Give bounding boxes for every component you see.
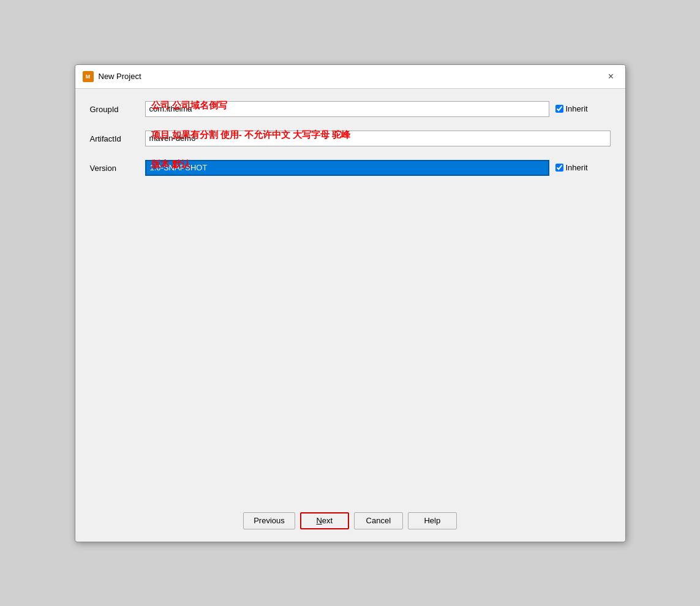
- version-inherit-text: Inherit: [566, 163, 588, 172]
- groupid-inherit-label[interactable]: Inherit: [555, 104, 611, 113]
- dialog-title: New Project: [99, 72, 141, 81]
- groupid-inherit-text: Inherit: [566, 104, 588, 113]
- groupid-row: GroupId Inherit 公司 公司域名倒写: [90, 101, 611, 117]
- version-input-row: Inherit: [145, 160, 611, 176]
- version-row: Version Inherit 版本 默认: [90, 160, 611, 176]
- artifactid-label: ArtifactId: [90, 131, 145, 143]
- version-inherit-label[interactable]: Inherit: [555, 163, 611, 172]
- next-label: Next: [316, 516, 333, 525]
- artifactid-input-area: 项目 如果有分割 使用- 不允许中文 大写字母 驼峰: [145, 131, 611, 146]
- maven-icon: M: [83, 71, 94, 82]
- version-input-area: Inherit 版本 默认: [145, 160, 611, 176]
- groupid-input-row: Inherit: [145, 101, 611, 117]
- cancel-button[interactable]: Cancel: [354, 512, 403, 529]
- groupid-input-area: Inherit 公司 公司域名倒写: [145, 101, 611, 117]
- artifactid-input-row: [145, 131, 611, 146]
- groupid-input[interactable]: [145, 101, 549, 117]
- help-button[interactable]: Help: [408, 512, 457, 529]
- version-input[interactable]: [145, 160, 549, 176]
- previous-label: Previous: [254, 516, 285, 525]
- title-bar: M New Project ×: [75, 65, 625, 89]
- version-inherit-checkbox[interactable]: [555, 164, 563, 172]
- dialog-footer: Previous Next Cancel Help: [75, 504, 625, 542]
- dialog-body: GroupId Inherit 公司 公司域名倒写 ArtifactId: [75, 89, 625, 504]
- new-project-dialog: M New Project × GroupId Inherit 公司 公司域名倒…: [75, 64, 626, 542]
- artifactid-input[interactable]: [145, 131, 611, 146]
- cancel-label: Cancel: [366, 516, 391, 525]
- version-label: Version: [90, 160, 145, 173]
- close-button[interactable]: ×: [604, 70, 618, 83]
- title-bar-left: M New Project: [83, 71, 141, 82]
- groupid-label: GroupId: [90, 101, 145, 114]
- help-label: Help: [424, 516, 440, 525]
- previous-button[interactable]: Previous: [243, 512, 295, 529]
- groupid-inherit-checkbox[interactable]: [555, 105, 563, 113]
- artifactid-row: ArtifactId 项目 如果有分割 使用- 不允许中文 大写字母 驼峰: [90, 131, 611, 146]
- next-button[interactable]: Next: [300, 512, 349, 529]
